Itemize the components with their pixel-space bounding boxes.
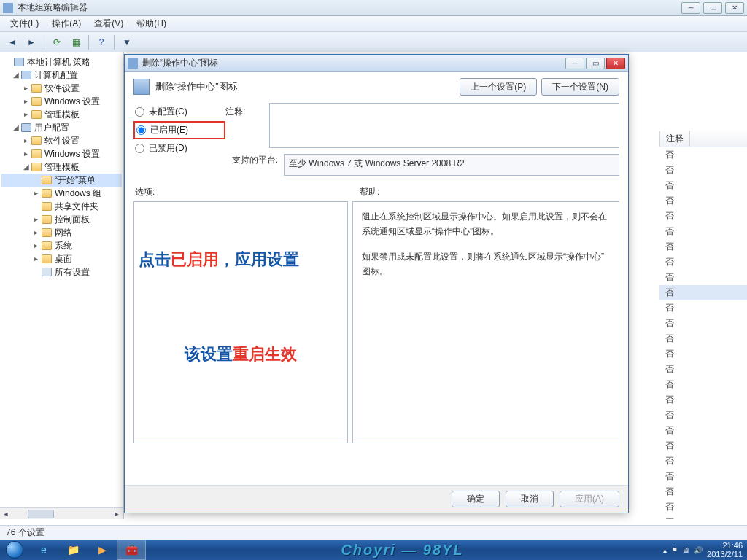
list-row[interactable]: 否 [659,484,747,499]
list-row[interactable]: 否 [659,423,747,438]
list-row[interactable]: 否 [659,239,747,254]
tree-item[interactable]: ▸软件设置 [1,134,122,147]
tree-computer-config[interactable]: ◢计算机配置 [1,69,122,82]
tray-monitor-icon[interactable]: 🖥 [682,546,689,554]
dialog-icon [128,58,138,69]
window-title: 本地组策略编辑器 [18,1,681,14]
status-text: 76 个设置 [6,526,44,539]
maximize-button[interactable]: ▭ [703,2,722,14]
help-text-1: 阻止在系统控制区域显示操作中心。如果启用此设置，则不会在系统通知区域显示“操作中… [362,209,610,239]
taskbar-explorer-icon[interactable]: 📁 [58,540,88,560]
list-row[interactable]: 否 [659,193,747,209]
tree-user-config[interactable]: ◢用户配置 [1,121,122,134]
tree-scrollbar[interactable]: ◄ ► [0,508,123,519]
tree-item[interactable]: ▸系统 [1,239,122,252]
list-row[interactable]: 否 [659,163,747,178]
dialog-maximize-button[interactable]: ▭ [586,58,605,69]
policy-dialog: 删除“操作中心”图标 ─ ▭ ✕ 删除“操作中心”图标 上一个设置(P) 下一个… [124,54,629,513]
close-button[interactable]: ✕ [725,2,744,14]
list-row[interactable]: 否 [659,209,747,224]
tree-item[interactable]: 共享文件夹 [1,200,122,213]
tree-item[interactable]: ▸控制面板 [1,213,122,226]
list-row[interactable]: 否 [659,408,747,423]
list-row[interactable]: 否 [659,316,747,331]
list-row[interactable]: 否 [659,178,747,193]
options-label: 选项: [133,186,352,198]
platform-text: 至少 Windows 7 或 Windows Server 2008 R2 [284,154,619,176]
list-row[interactable]: 否 [659,392,747,408]
list-row[interactable]: 否 [659,270,747,285]
menu-help[interactable]: 帮助(H) [131,16,172,31]
minimize-button[interactable]: ─ [681,2,700,14]
taskbar: e 📁 ▶ 🧰 Choyri — 98YL ▴ ⚑ 🖥 🔊 21:46 2013… [0,540,747,560]
list-row[interactable]: 否 [659,254,747,270]
radio-not-configured[interactable]: 未配置(C) [133,103,225,121]
ok-button[interactable]: 确定 [452,491,500,508]
help-icon[interactable]: ? [93,34,109,50]
list-row[interactable]: 否 [659,469,747,484]
windows-orb-icon [6,541,23,559]
apply-button[interactable]: 应用(A) [560,491,619,508]
list-row[interactable]: 否 [659,300,747,316]
tree-item[interactable]: ▸桌面 [1,252,122,265]
list-row[interactable]: 否 [659,147,747,163]
tree-panel: 本地计算机 策略 ◢计算机配置 ▸软件设置 ▸Windows 设置 ▸管理模板 … [0,52,124,519]
tree-start-menu[interactable]: “开始”菜单 [1,174,122,187]
radio-enabled[interactable]: 已启用(E) [133,121,225,139]
help-text-2: 如果禁用或未配置此设置，则将在系统通知区域显示“操作中心”图标。 [362,249,610,279]
cancel-button[interactable]: 取消 [506,491,554,508]
menu-view[interactable]: 查看(V) [88,16,129,31]
tree-admin-templates[interactable]: ◢管理模板 [1,160,122,174]
tree-item[interactable]: ▸Windows 组 [1,187,122,200]
tree-item[interactable]: ▸Windows 设置 [1,147,122,160]
scroll-right-arrow[interactable]: ► [111,508,123,519]
tree-item[interactable]: ▸软件设置 [1,82,122,95]
back-button[interactable]: ◄ [4,34,20,50]
menu-file[interactable]: 文件(F) [4,16,44,31]
list-row[interactable]: 否 [659,438,747,454]
scroll-left-arrow[interactable]: ◄ [0,508,12,519]
instruction-line-1: 点击已启用，应用设置 [139,249,343,271]
tree-all-settings[interactable]: 所有设置 [1,265,122,279]
tray-up-icon[interactable]: ▴ [663,546,667,554]
tree-item[interactable]: ▸网络 [1,226,122,239]
tray-speaker-icon[interactable]: 🔊 [694,546,703,554]
next-setting-button[interactable]: 下一个设置(N) [541,78,619,96]
forward-button[interactable]: ► [23,34,39,50]
tree-root[interactable]: 本地计算机 策略 [1,55,122,69]
prev-setting-button[interactable]: 上一个设置(P) [460,78,537,96]
menu-action[interactable]: 操作(A) [46,16,87,31]
list-row[interactable]: 否 [659,346,747,362]
dialog-title: 删除“操作中心”图标 [142,57,564,69]
system-tray[interactable]: ▴ ⚑ 🖥 🔊 21:46 2013/2/11 [659,541,747,559]
taskbar-media-icon[interactable]: ▶ [88,540,117,560]
list-row[interactable]: 否 [659,331,747,346]
list-row[interactable]: 否 [659,362,747,377]
list-row[interactable]: 否 [659,499,747,515]
taskbar-ie-icon[interactable]: e [29,540,58,560]
dialog-close-button[interactable]: ✕ [606,58,625,69]
col-comment[interactable]: 注释 [660,131,690,147]
refresh-button[interactable]: ⟳ [49,34,65,50]
separator [88,35,89,50]
list-row[interactable]: 否 [659,515,747,519]
filter-icon[interactable]: ▼ [119,34,135,50]
radio-disabled[interactable]: 已禁用(D) [133,139,225,158]
separator [114,35,115,50]
list-row[interactable]: 否 [659,454,747,469]
export-button[interactable]: ▦ [68,34,84,50]
start-button[interactable] [0,540,29,560]
list-row[interactable]: 否 [659,377,747,392]
list-row[interactable]: 否 [659,285,747,300]
scroll-thumb[interactable] [28,510,54,518]
list-row[interactable]: 否 [659,224,747,239]
tree-item[interactable]: ▸Windows 设置 [1,95,122,108]
comment-textbox[interactable] [269,103,619,148]
help-panel: 阻止在系统控制区域显示操作中心。如果启用此设置，则不会在系统通知区域显示“操作中… [352,201,619,443]
tray-flag-icon[interactable]: ⚑ [671,546,678,554]
clock[interactable]: 21:46 2013/2/11 [707,541,743,559]
dialog-minimize-button[interactable]: ─ [565,58,584,69]
taskbar-app-icon[interactable]: 🧰 [117,540,146,560]
tree-item[interactable]: ▸管理模板 [1,108,122,121]
toolbar: ◄ ► ⟳ ▦ ? ▼ [0,32,747,52]
